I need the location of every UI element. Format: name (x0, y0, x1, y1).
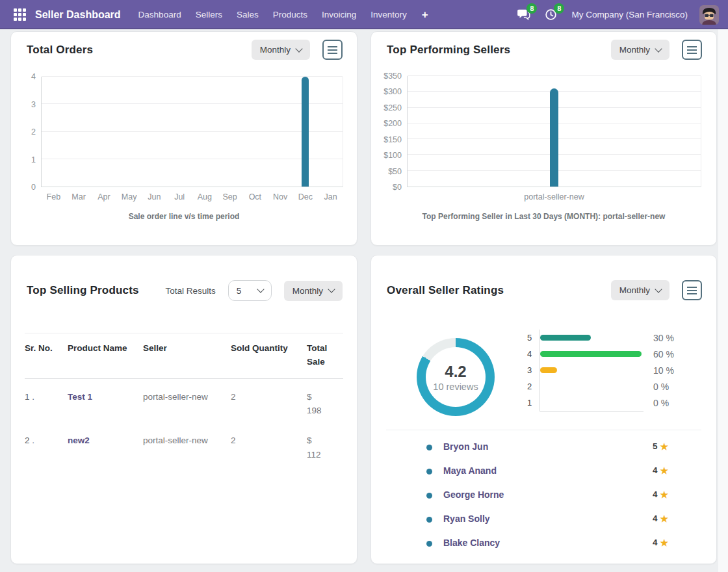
cell-seller: portal-seller-new (143, 390, 231, 418)
chart-caption: Sale order line v/s time period (11, 212, 357, 221)
card-title: Total Orders (27, 44, 93, 57)
top-products-header: Top Selling Products Total Results 5 Mon… (11, 255, 357, 301)
product-link[interactable]: Test 1 (68, 392, 92, 402)
x-tick-label: Oct (242, 187, 268, 204)
total-results-select[interactable]: 5 (228, 280, 272, 301)
nav-item-invoicing[interactable]: Invoicing (315, 5, 363, 24)
rating-bar-zone: 30 % (540, 330, 704, 346)
period-label: Monthly (260, 45, 291, 55)
gridline (42, 103, 343, 104)
rating-number: 4 (653, 514, 658, 523)
x-axis: FebMarAprMayJunJulAugSepOctNovDecJan (41, 187, 343, 204)
chart-caption: Top Performing Seller in Last 30 Days (M… (371, 212, 716, 221)
chevron-down-icon (655, 45, 662, 52)
cell-sold-quantity: 2 (231, 434, 307, 462)
seller-name-link[interactable]: Bryon Jun (443, 441, 488, 452)
y-tick-label: $250 (384, 103, 402, 112)
bullet-icon (426, 469, 432, 474)
top-products-table: Sr. No.Product NameSellerSold QuantityTo… (25, 333, 343, 462)
table-row: 1 .Test 1portal-seller-new2$ 198 (25, 390, 343, 418)
x-axis-line (540, 411, 644, 412)
activities-clock-icon[interactable]: 8 (541, 6, 560, 24)
x-tick-label: Jun (142, 187, 167, 204)
rating-bar (540, 367, 557, 373)
rating-star-count: 3 (527, 365, 540, 375)
period-dropdown[interactable]: Monthly (284, 281, 343, 301)
apps-menu-icon[interactable] (9, 5, 30, 25)
nav-item-products[interactable]: Products (266, 5, 315, 24)
seller-list-item: Blake Clancy4★ (386, 532, 701, 556)
table-row: 2 .new2portal-seller-new2$ 112 (25, 434, 343, 462)
reviews-count: 10 reviews (433, 382, 478, 392)
rating-number: 5 (653, 441, 658, 451)
period-label: Monthly (619, 285, 650, 295)
nav-item-sales[interactable]: Sales (229, 5, 266, 24)
seller-name-link[interactable]: Blake Clancy (443, 538, 500, 548)
header-controls: Total Results 5 Monthly (165, 280, 343, 301)
period-dropdown[interactable]: Monthly (611, 40, 670, 60)
chart-menu-icon[interactable] (682, 40, 702, 60)
bullet-icon (426, 541, 432, 547)
star-icon: ★ (660, 466, 669, 475)
seller-name-link[interactable]: George Horne (443, 489, 504, 500)
y-tick-label: 0 (31, 183, 36, 192)
user-avatar[interactable] (699, 5, 719, 25)
nav-item-inventory[interactable]: Inventory (363, 5, 414, 24)
bar-portal-seller-new (550, 88, 558, 187)
rating-bar (540, 351, 642, 357)
messages-badge: 8 (526, 3, 537, 14)
x-tick-label: portal-seller-new (407, 187, 701, 204)
seller-name-link[interactable]: Maya Anand (443, 465, 497, 476)
vertical-scrollbar[interactable] (718, 29, 728, 572)
card-title: Top Selling Products (27, 284, 139, 297)
x-tick-label: Feb (41, 187, 66, 204)
column-header: Product Name (68, 342, 143, 369)
column-header: Seller (143, 342, 231, 369)
systray: 8 8 My Company (San Francisco) (514, 5, 719, 25)
bullet-icon (426, 445, 432, 450)
header-controls: Monthly (252, 40, 343, 60)
chevron-down-icon (328, 285, 335, 292)
nav-plus-button[interactable]: + (414, 6, 436, 24)
y-axis: 01234 (21, 77, 41, 187)
rating-bar-zone: 10 % (540, 362, 704, 378)
rating-number: 4 (653, 489, 658, 499)
cell-sold-quantity: 2 (231, 390, 307, 418)
rating-bar (540, 335, 591, 341)
y-tick-label: 2 (31, 127, 36, 136)
y-tick-label: $300 (384, 87, 402, 96)
cell-sr-no: 2 . (25, 434, 68, 462)
period-dropdown[interactable]: Monthly (252, 40, 310, 60)
top-sellers-header: Top Performing Sellers Monthly (371, 32, 716, 60)
seller-name-link[interactable]: Ryan Solly (443, 514, 490, 524)
company-switcher[interactable]: My Company (San Francisco) (571, 10, 688, 20)
x-axis: portal-seller-new (407, 187, 701, 204)
x-tick-label: Aug (192, 187, 218, 204)
rating-row-4-stars: 460 % (527, 346, 704, 362)
column-header: Sold Quantity (231, 342, 307, 369)
seller-rating: 4★ (653, 489, 668, 499)
y-tick-label: $350 (384, 72, 402, 81)
period-dropdown[interactable]: Monthly (611, 280, 670, 300)
seller-list-item: Ryan Solly4★ (386, 508, 701, 532)
overall-seller-ratings-card: Overall Seller Ratings Monthly 4.2 10 re… (370, 255, 717, 564)
rating-row-1-stars: 10 % (527, 395, 704, 411)
rating-percent: 10 % (653, 365, 674, 376)
chart-menu-icon[interactable] (682, 280, 702, 300)
total-orders-card: Total Orders Monthly 01234 FebMarAprMayJ… (10, 31, 358, 246)
nav-item-dashboard[interactable]: Dashboard (131, 5, 188, 24)
y-tick-label: $50 (388, 167, 402, 176)
top-performing-sellers-card: Top Performing Sellers Monthly $0$50$100… (370, 31, 717, 246)
chart-menu-icon[interactable] (322, 40, 343, 60)
gridline (42, 159, 343, 159)
top-sellers-chart: $0$50$100$150$200$250$300$350 portal-sel… (381, 76, 701, 204)
rating-percent: 60 % (653, 349, 674, 359)
card-title: Top Performing Sellers (387, 44, 510, 57)
seller-list-item: George Horne4★ (386, 484, 701, 508)
rating-bar-zone: 0 % (540, 395, 704, 411)
x-tick-label: Mar (66, 187, 92, 204)
nav-item-sellers[interactable]: Sellers (188, 5, 229, 24)
chevron-down-icon (295, 45, 302, 52)
product-link[interactable]: new2 (68, 436, 90, 445)
messages-icon[interactable]: 8 (514, 6, 532, 24)
